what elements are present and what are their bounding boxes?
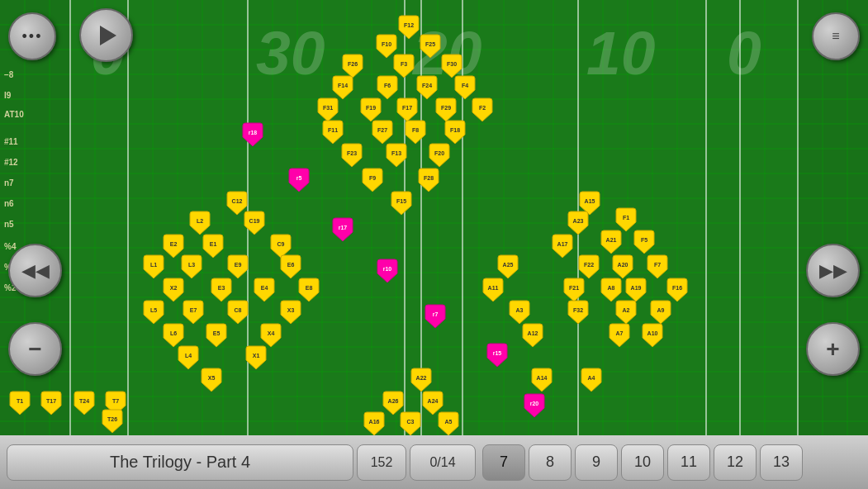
svg-text:T7: T7	[112, 398, 119, 404]
title-display: The Trilogy - Part 4	[7, 444, 353, 481]
pin-A16[interactable]: A16	[363, 411, 385, 435]
pin-A25[interactable]: A25	[497, 254, 519, 282]
svg-text:A21: A21	[606, 237, 617, 243]
page-btn-8[interactable]: 8	[529, 444, 572, 481]
pin-r18[interactable]: r18	[242, 122, 263, 150]
pin-F5[interactable]: F5	[633, 230, 655, 258]
pin-A7[interactable]: A7	[609, 323, 630, 351]
pin-A21[interactable]: A21	[600, 230, 622, 258]
pin-F15[interactable]: F15	[391, 191, 412, 219]
svg-text:C3: C3	[407, 419, 415, 425]
pin-F12[interactable]: F12	[398, 15, 420, 43]
pin-E1[interactable]: E1	[202, 234, 224, 262]
svg-text:E8: E8	[306, 285, 313, 291]
svg-text:F31: F31	[323, 105, 333, 111]
svg-text:C9: C9	[277, 241, 285, 247]
svg-text:F10: F10	[382, 41, 391, 47]
forward-button[interactable]: ▶▶	[806, 244, 860, 297]
progress-display: 0/14	[410, 444, 476, 481]
pin-r20[interactable]: r20	[524, 393, 545, 421]
svg-text:F25: F25	[425, 41, 435, 47]
svg-text:A20: A20	[618, 262, 628, 268]
pin-F13[interactable]: F13	[386, 143, 407, 171]
svg-text:10: 10	[586, 18, 655, 88]
svg-text:X1: X1	[253, 353, 260, 358]
pin-A10[interactable]: A10	[642, 323, 663, 351]
svg-text:F4: F4	[462, 83, 468, 88]
pin-E4[interactable]: E4	[254, 278, 275, 306]
minus-button[interactable]: −	[8, 322, 62, 376]
pin-A12[interactable]: A12	[522, 323, 543, 351]
pin-X2[interactable]: X2	[163, 278, 184, 306]
list-button[interactable]: ≡	[812, 12, 860, 60]
svg-text:F2: F2	[479, 105, 486, 111]
svg-text:F7: F7	[654, 262, 661, 268]
page-btn-11[interactable]: 11	[667, 444, 710, 481]
pin-L4[interactable]: L4	[178, 345, 199, 373]
progress-text: 0/14	[429, 455, 455, 470]
svg-text:A2: A2	[623, 307, 630, 313]
pin-X5[interactable]: X5	[201, 368, 222, 396]
svg-text:0: 0	[727, 18, 761, 88]
pin-T1[interactable]: T1	[9, 391, 31, 419]
pin-r10[interactable]: r10	[377, 259, 398, 287]
svg-text:L1: L1	[150, 262, 157, 268]
svg-text:F26: F26	[348, 61, 358, 67]
pin-C19[interactable]: C19	[244, 211, 265, 239]
svg-text:E9: E9	[235, 262, 242, 268]
pin-F20[interactable]: F20	[429, 143, 450, 171]
label-n6: n6	[4, 199, 24, 208]
svg-text:r20: r20	[530, 401, 539, 406]
pin-F25[interactable]: F25	[420, 34, 441, 62]
pin-X3[interactable]: X3	[280, 300, 301, 328]
pin-r5[interactable]: r5	[288, 168, 310, 196]
pin-r17[interactable]: r17	[332, 217, 353, 245]
svg-text:A26: A26	[388, 398, 399, 404]
pin-r7[interactable]: r7	[425, 304, 446, 332]
svg-text:r15: r15	[493, 350, 502, 356]
pin-T24[interactable]: T24	[74, 391, 95, 419]
play-icon	[100, 26, 116, 45]
pin-F28[interactable]: F28	[418, 168, 439, 196]
pin-F23[interactable]: F23	[341, 143, 363, 171]
pin-C3[interactable]: C3	[400, 411, 421, 435]
page-btn-12[interactable]: 12	[714, 444, 757, 481]
svg-text:A8: A8	[608, 285, 615, 291]
plus-button[interactable]: +	[806, 322, 860, 376]
svg-text:C19: C19	[249, 218, 260, 224]
page-btn-13[interactable]: 13	[760, 444, 803, 481]
pin-X1[interactable]: X1	[245, 345, 267, 373]
page-btn-9[interactable]: 9	[575, 444, 618, 481]
page-btn-7[interactable]: 7	[482, 444, 525, 481]
page-btn-10[interactable]: 10	[621, 444, 664, 481]
pin-E7[interactable]: E7	[183, 300, 204, 328]
svg-text:F20: F20	[434, 150, 444, 156]
svg-text:F8: F8	[412, 127, 419, 133]
pin-F2[interactable]: F2	[472, 97, 493, 126]
svg-text:A16: A16	[369, 419, 380, 425]
svg-text:F6: F6	[384, 83, 391, 88]
svg-text:E7: E7	[190, 307, 197, 313]
pin-F32[interactable]: F32	[567, 300, 589, 328]
pin-E5[interactable]: E5	[206, 323, 227, 351]
pin-r15[interactable]: r15	[486, 343, 508, 371]
svg-text:A4: A4	[588, 375, 595, 381]
pin-F7[interactable]: F7	[647, 254, 668, 282]
more-button[interactable]: •••	[8, 12, 56, 60]
pin-F9[interactable]: F9	[362, 168, 383, 196]
svg-text:L2: L2	[197, 218, 203, 224]
rewind-button[interactable]: ◀◀	[8, 244, 62, 297]
pin-C8[interactable]: C8	[227, 300, 249, 328]
pin-T26[interactable]: T26	[102, 409, 123, 435]
svg-text:T17: T17	[46, 398, 56, 404]
pin-A17[interactable]: A17	[552, 234, 573, 262]
pin-A14[interactable]: A14	[531, 368, 553, 396]
pin-L5[interactable]: L5	[143, 300, 164, 328]
svg-text:X2: X2	[170, 285, 178, 291]
pin-F8[interactable]: F8	[405, 120, 426, 148]
play-button[interactable]	[79, 8, 133, 62]
pin-A5[interactable]: A5	[438, 411, 459, 435]
pin-L1[interactable]: L1	[143, 254, 164, 282]
pin-T17[interactable]: T17	[40, 391, 62, 419]
pin-A4[interactable]: A4	[581, 368, 602, 396]
